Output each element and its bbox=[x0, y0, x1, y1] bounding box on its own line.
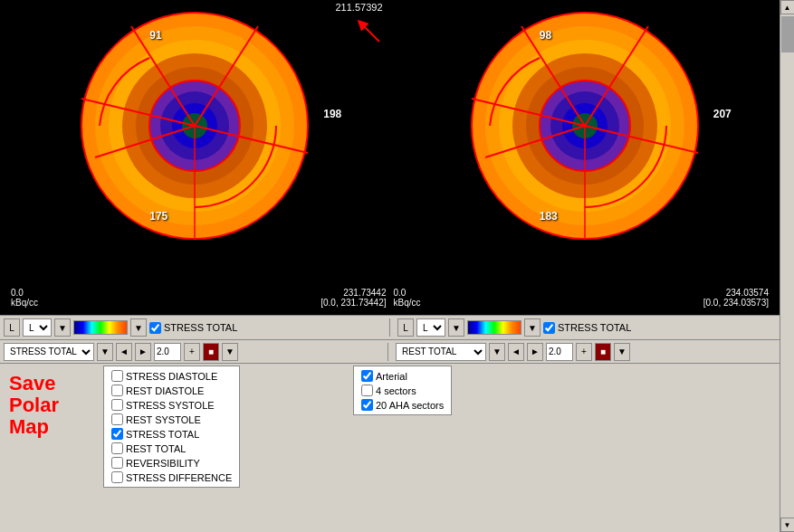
right-scale-max: 234.03574 bbox=[726, 288, 769, 298]
left-color-btn[interactable]: ■ bbox=[203, 343, 219, 361]
right-plus-btn[interactable]: + bbox=[576, 343, 592, 361]
left-plus-btn[interactable]: + bbox=[184, 343, 200, 361]
right-color-down2[interactable]: ▼ bbox=[524, 318, 540, 337]
left-dropdown-btn[interactable]: ▼ bbox=[97, 343, 113, 361]
right-scale-min: 0.0 bbox=[394, 288, 407, 298]
scroll-up-btn[interactable]: ▲ bbox=[780, 0, 795, 14]
left-dropdown-item-1[interactable]: REST DIASTOLE bbox=[111, 385, 232, 396]
right-layout-select[interactable]: L bbox=[416, 318, 445, 337]
right-next-btn[interactable]: ► bbox=[527, 343, 543, 361]
toolbar2-right: REST TOTAL STRESS TOTAL STRESS DIASTOLE … bbox=[392, 343, 776, 361]
toolbar-row-1: L L ▼ ▼ STRESS TOTAL L L ▼ ▼ bbox=[0, 315, 780, 340]
right-polar-svg bbox=[440, 8, 730, 243]
right-val-bottom: 183 bbox=[540, 210, 558, 223]
right-color-btn[interactable]: ■ bbox=[595, 343, 611, 361]
left-val-top: 91 bbox=[149, 29, 161, 42]
left-polar-svg bbox=[50, 8, 340, 243]
right-polar-map: 98 207 183 bbox=[390, 0, 780, 280]
left-dropdown-item-2[interactable]: STRESS SYSTOLE bbox=[111, 399, 232, 411]
left-layout-select[interactable]: L bbox=[23, 318, 52, 337]
right-stress-check[interactable]: STRESS TOTAL bbox=[543, 322, 631, 334]
left-dropdown-item-7[interactable]: STRESS DIFFERENCE bbox=[111, 471, 232, 483]
left-scale-min: 0.0 bbox=[11, 288, 24, 298]
left-dropdown-item-0[interactable]: STRESS DIASTOLE bbox=[111, 370, 232, 382]
left-next-btn[interactable]: ► bbox=[135, 343, 151, 361]
save-polar-map-label: SavePolarMap bbox=[9, 373, 59, 439]
right-val-top: 98 bbox=[540, 29, 551, 42]
left-color-down2[interactable]: ▼ bbox=[130, 318, 147, 337]
left-val-bottom: 175 bbox=[149, 210, 167, 223]
left-dropdown-item-5[interactable]: REST TOTAL bbox=[111, 442, 232, 454]
left-layout-btn[interactable]: L bbox=[4, 318, 20, 337]
right-dropdown-btn[interactable]: ▼ bbox=[489, 343, 505, 361]
right-prev-btn[interactable]: ◄ bbox=[508, 343, 524, 361]
left-value-input[interactable] bbox=[154, 343, 181, 361]
right-dropdown-item-1[interactable]: 4 sectors bbox=[361, 385, 444, 396]
left-scale: 0.0 231.73442 kBq/cc [0.0, 231.73442] bbox=[7, 281, 390, 314]
right-mode-select[interactable]: REST TOTAL STRESS TOTAL STRESS DIASTOLE … bbox=[396, 343, 486, 361]
scrollbar[interactable]: ▲ ▼ bbox=[780, 0, 794, 532]
right-arrow-btn[interactable]: ▼ bbox=[614, 343, 630, 361]
scroll-down-btn[interactable]: ▼ bbox=[780, 518, 795, 532]
left-dropdown-item-4[interactable]: STRESS TOTAL bbox=[111, 428, 232, 440]
left-scale-max: 231.73442 bbox=[343, 288, 386, 298]
left-polar-map: 211.57392 bbox=[0, 0, 390, 280]
left-prev-btn[interactable]: ◄ bbox=[116, 343, 132, 361]
right-scale-range: [0.0, 234.03573] bbox=[703, 298, 769, 308]
right-dropdown-item-2[interactable]: 20 AHA sectors bbox=[361, 399, 444, 411]
right-dropdown-item-0[interactable]: Arterial bbox=[361, 370, 444, 382]
right-dropdown-panel: Arterial 4 sectors 20 AHA sectors bbox=[353, 366, 452, 415]
left-annotation: 211.57392 bbox=[336, 2, 383, 13]
toolbar-row-2: STRESS TOTAL REST TOTAL STRESS DIASTOLE … bbox=[0, 340, 780, 364]
polar-maps-row: 211.57392 bbox=[0, 0, 780, 280]
toolbar-separator-1 bbox=[389, 318, 390, 337]
right-scale-label: kBq/cc bbox=[394, 298, 421, 308]
right-value-input[interactable] bbox=[546, 343, 573, 361]
left-scale-range: [0.0, 231.73442] bbox=[320, 298, 386, 308]
left-color-down[interactable]: ▼ bbox=[54, 318, 71, 337]
left-dropdown-item-6[interactable]: REVERSIBILITY bbox=[111, 457, 232, 469]
toolbar-right-1: L L ▼ ▼ STRESS TOTAL bbox=[397, 318, 776, 337]
left-scale-label: kBq/cc bbox=[11, 298, 38, 308]
right-scale: 0.0 234.03574 kBq/cc [0.0, 234.03573] bbox=[390, 281, 773, 314]
left-arrow-btn[interactable]: ▼ bbox=[222, 343, 238, 361]
right-polar-canvas: 98 207 183 bbox=[422, 4, 748, 248]
toolbar2-left: STRESS TOTAL REST TOTAL STRESS DIASTOLE … bbox=[4, 343, 384, 361]
left-dropdown-panel: STRESS DIASTOLE REST DIASTOLE STRESS SYS… bbox=[103, 366, 240, 488]
left-color-bar bbox=[73, 320, 128, 335]
left-dropdown-item-3[interactable]: REST SYSTOLE bbox=[111, 413, 232, 425]
left-polar-canvas: 91 198 175 bbox=[32, 4, 358, 248]
left-stress-check[interactable]: STRESS TOTAL bbox=[149, 322, 237, 334]
left-mode-select[interactable]: STRESS TOTAL REST TOTAL STRESS DIASTOLE … bbox=[4, 343, 94, 361]
right-color-down[interactable]: ▼ bbox=[448, 318, 464, 337]
bottom-area: SavePolarMap STRESS DIASTOLE REST DIASTO… bbox=[0, 364, 780, 532]
scroll-thumb[interactable] bbox=[781, 16, 794, 52]
right-val-right: 207 bbox=[713, 108, 732, 120]
right-color-bar bbox=[467, 320, 521, 335]
toolbar-left-1: L L ▼ ▼ STRESS TOTAL bbox=[4, 318, 382, 337]
svg-line-0 bbox=[361, 24, 379, 42]
left-val-right: 198 bbox=[323, 108, 341, 120]
toolbar2-sep bbox=[387, 343, 388, 361]
right-layout-btn[interactable]: L bbox=[397, 318, 414, 337]
